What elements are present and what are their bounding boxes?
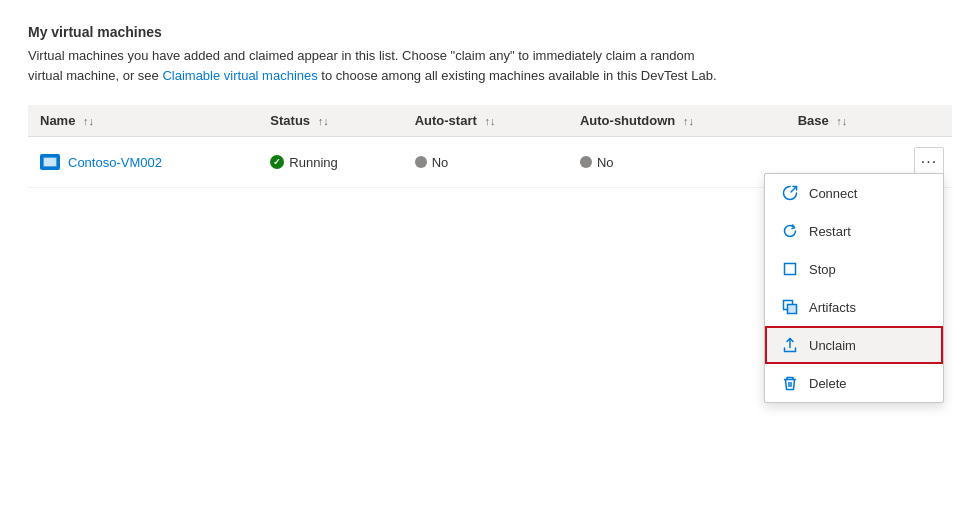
vm-status-cell: Running bbox=[258, 137, 402, 188]
vm-autoshutdown-cell: No bbox=[568, 137, 786, 188]
delete-icon bbox=[781, 374, 799, 392]
svg-rect-2 bbox=[788, 305, 797, 314]
unclaim-icon bbox=[781, 336, 799, 354]
vm-icon bbox=[40, 154, 60, 170]
vm-autostart-cell: No bbox=[403, 137, 568, 188]
stop-label: Stop bbox=[809, 262, 836, 277]
col-autoshutdown[interactable]: Auto-shutdown ↑↓ bbox=[568, 105, 786, 137]
claimable-vms-link[interactable]: Claimable virtual machines bbox=[162, 68, 317, 83]
menu-item-unclaim[interactable]: Unclaim bbox=[765, 326, 943, 364]
sort-icon-base: ↑↓ bbox=[836, 115, 847, 127]
menu-item-restart[interactable]: Restart bbox=[765, 212, 943, 250]
status-running: Running bbox=[270, 155, 390, 170]
vm-name-cell: Contoso-VM002 bbox=[28, 137, 258, 188]
restart-label: Restart bbox=[809, 224, 851, 239]
vm-table: Name ↑↓ Status ↑↓ Auto-start ↑↓ Auto-shu… bbox=[28, 105, 952, 188]
col-base[interactable]: Base ↑↓ bbox=[786, 105, 902, 137]
svg-rect-0 bbox=[785, 264, 796, 275]
artifacts-icon bbox=[781, 298, 799, 316]
vm-table-container: Name ↑↓ Status ↑↓ Auto-start ↑↓ Auto-shu… bbox=[28, 105, 952, 188]
col-name[interactable]: Name ↑↓ bbox=[28, 105, 258, 137]
col-status[interactable]: Status ↑↓ bbox=[258, 105, 402, 137]
table-row: Contoso-VM002 Running No bbox=[28, 137, 952, 188]
menu-item-delete[interactable]: Delete bbox=[765, 364, 943, 402]
sort-icon-autostart: ↑↓ bbox=[484, 115, 495, 127]
menu-item-stop[interactable]: Stop bbox=[765, 250, 943, 288]
vm-icon-screen bbox=[44, 158, 56, 166]
menu-item-connect[interactable]: Connect bbox=[765, 174, 943, 212]
vm-icon-inner bbox=[43, 157, 57, 167]
menu-item-artifacts[interactable]: Artifacts bbox=[765, 288, 943, 326]
autostart-value: No bbox=[415, 155, 556, 170]
sort-icon-autoshutdown: ↑↓ bbox=[683, 115, 694, 127]
status-text: Running bbox=[289, 155, 337, 170]
autoshutdown-text: No bbox=[597, 155, 614, 170]
unclaim-label: Unclaim bbox=[809, 338, 856, 353]
table-header-row: Name ↑↓ Status ↑↓ Auto-start ↑↓ Auto-shu… bbox=[28, 105, 952, 137]
autostart-dot bbox=[415, 156, 427, 168]
connect-icon bbox=[781, 184, 799, 202]
connect-label: Connect bbox=[809, 186, 857, 201]
status-dot-green bbox=[270, 155, 284, 169]
restart-icon bbox=[781, 222, 799, 240]
page-title: My virtual machines bbox=[28, 24, 952, 40]
page-description: Virtual machines you have added and clai… bbox=[28, 46, 728, 85]
autostart-text: No bbox=[432, 155, 449, 170]
sort-icon-status: ↑↓ bbox=[318, 115, 329, 127]
sort-icon-name: ↑↓ bbox=[83, 115, 94, 127]
vm-actions-cell: ··· Connect bbox=[902, 137, 952, 188]
context-menu: Connect Restart bbox=[764, 173, 944, 403]
description-text-2: to choose among all existing machines av… bbox=[318, 68, 717, 83]
col-autostart[interactable]: Auto-start ↑↓ bbox=[403, 105, 568, 137]
delete-label: Delete bbox=[809, 376, 847, 391]
stop-icon bbox=[781, 260, 799, 278]
vm-name-link[interactable]: Contoso-VM002 bbox=[40, 154, 246, 170]
artifacts-label: Artifacts bbox=[809, 300, 856, 315]
vm-name-text: Contoso-VM002 bbox=[68, 155, 162, 170]
autoshutdown-dot bbox=[580, 156, 592, 168]
col-actions bbox=[902, 105, 952, 137]
autoshutdown-value: No bbox=[580, 155, 774, 170]
